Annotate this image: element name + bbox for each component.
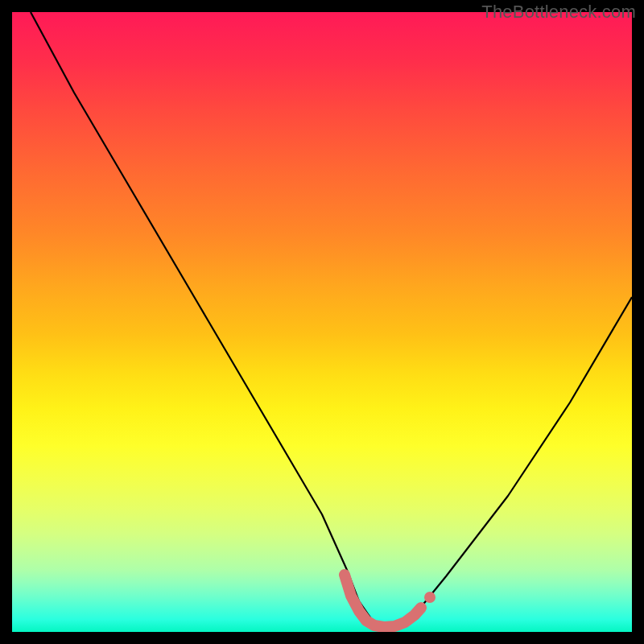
watermark-text: TheBottleneck.com: [481, 2, 636, 23]
bottleneck-curve: [12, 12, 632, 632]
accent-dot: [424, 592, 436, 603]
chart-frame: TheBottleneck.com: [0, 0, 644, 644]
curve-path: [31, 12, 632, 625]
plot-area: [12, 12, 632, 632]
accent-segment: [345, 575, 421, 627]
